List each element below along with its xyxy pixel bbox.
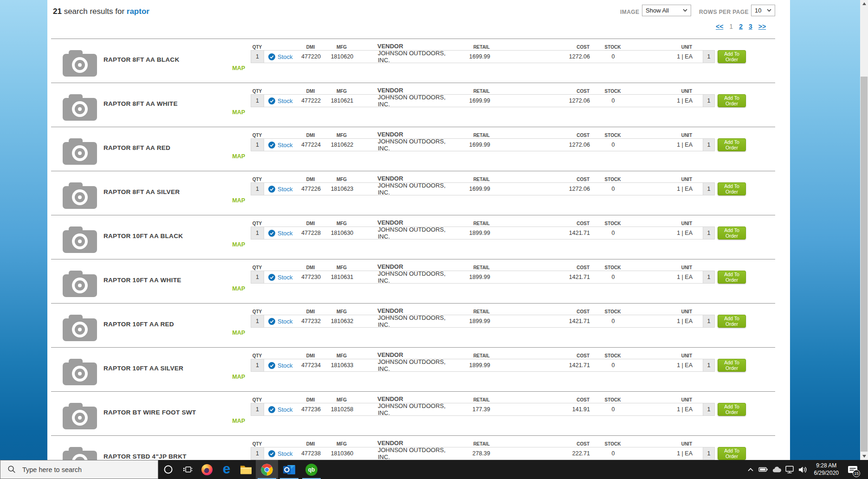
pagination-next[interactable]: >> xyxy=(758,23,766,30)
order-qty-input[interactable]: 1 xyxy=(703,403,714,415)
column-header-mfg: MFG xyxy=(323,131,360,138)
stock-link[interactable]: Stock xyxy=(278,450,293,457)
map-link[interactable]: MAP xyxy=(203,330,245,336)
volume-button[interactable] xyxy=(797,460,808,479)
add-to-order-button[interactable]: Add To Order xyxy=(718,227,746,240)
order-qty-input[interactable]: 1 xyxy=(703,227,714,239)
cortana-button[interactable] xyxy=(158,460,178,479)
rows-per-page-label: ROWS PER PAGE xyxy=(699,9,749,15)
quickbooks-button[interactable]: qb xyxy=(300,460,323,479)
product-name-link[interactable]: RAPTOR 8FT AA WHITE xyxy=(104,100,178,107)
column-header-mfg: MFG xyxy=(323,43,360,50)
product-name-link[interactable]: RAPTOR 8FT AA SILVER xyxy=(104,188,180,195)
product-name-link[interactable]: RAPTOR 8FT AA BLACK xyxy=(104,56,179,63)
column-header-dmi: DMI xyxy=(298,307,323,314)
stock-link[interactable]: Stock xyxy=(278,274,293,281)
scroll-up-arrow[interactable] xyxy=(860,0,868,7)
stock-link[interactable]: Stock xyxy=(278,362,293,369)
pagination-page-1-current[interactable]: 1 xyxy=(729,23,733,30)
order-qty-input[interactable]: 1 xyxy=(703,447,714,460)
pagination-page-3[interactable]: 3 xyxy=(749,23,752,30)
order-qty-input[interactable]: 1 xyxy=(703,359,714,371)
pagination-prev[interactable]: << xyxy=(716,23,723,30)
image-filter-select[interactable]: Show All xyxy=(642,5,691,16)
product-name-link[interactable]: RAPTOR BT WIRE FOOT SWT xyxy=(104,409,196,416)
battery-status-button[interactable] xyxy=(758,460,769,479)
file-explorer-button[interactable] xyxy=(236,460,256,479)
stock-value: 0 xyxy=(590,447,636,460)
order-qty-input[interactable]: 1 xyxy=(703,315,714,327)
add-to-order-button[interactable]: Add To Order xyxy=(718,271,746,284)
stock-link[interactable]: Stock xyxy=(278,230,293,237)
add-to-order-button[interactable]: Add To Order xyxy=(718,138,746,151)
column-header-vendor: VENDOR xyxy=(360,263,457,270)
vendor-value: JOHNSON OUTDOORS, INC. xyxy=(361,447,458,460)
camera-placeholder-icon xyxy=(63,447,97,460)
strip-spacer xyxy=(693,315,703,327)
scroll-down-arrow[interactable] xyxy=(860,453,868,460)
task-view-button[interactable] xyxy=(178,460,197,479)
add-to-order-button[interactable]: Add To Order xyxy=(718,315,746,328)
map-link[interactable]: MAP xyxy=(203,153,245,160)
product-name-link[interactable]: RAPTOR 10FT AA SILVER xyxy=(104,365,183,372)
product-name-link[interactable]: RAPTOR 10FT AA BLACK xyxy=(104,233,183,240)
pagination-page-2[interactable]: 2 xyxy=(739,23,743,30)
stock-link[interactable]: Stock xyxy=(278,142,293,149)
order-qty-input[interactable]: 1 xyxy=(703,271,714,283)
tray-chevron-up-button[interactable] xyxy=(745,460,756,479)
firefox-button[interactable] xyxy=(197,460,217,479)
dmi-value: 477232 xyxy=(298,315,324,327)
scrollbar-thumb[interactable] xyxy=(861,77,868,452)
column-header-qty: QTY xyxy=(251,263,264,270)
column-header-unit: UNIT xyxy=(636,395,692,402)
order-qty-input[interactable]: 1 xyxy=(703,95,714,107)
product-name-link[interactable]: RAPTOR 8FT AA RED xyxy=(104,144,170,151)
stock-value: 0 xyxy=(590,403,636,415)
order-qty-input[interactable]: 1 xyxy=(703,51,714,63)
taskbar-search-input[interactable]: Type here to search xyxy=(0,460,158,479)
outlook-button[interactable] xyxy=(278,460,300,479)
stock-link[interactable]: Stock xyxy=(278,186,293,193)
map-link[interactable]: MAP xyxy=(203,197,245,204)
order-qty-input[interactable]: 1 xyxy=(703,183,714,195)
search-icon xyxy=(7,465,16,474)
map-link[interactable]: MAP xyxy=(203,374,245,380)
stock-link[interactable]: Stock xyxy=(278,318,293,325)
product-name-link[interactable]: RAPTOR 10FT AA RED xyxy=(104,321,174,328)
map-link[interactable]: MAP xyxy=(203,65,245,71)
add-to-order-button[interactable]: Add To Order xyxy=(718,50,746,63)
product-row: RAPTOR 8FT AA BLACK MAP QTY DMI MFG VEND… xyxy=(51,39,775,83)
stock-link[interactable]: Stock xyxy=(278,97,293,104)
rows-per-page-select[interactable]: 10 xyxy=(751,5,775,16)
camera-placeholder-icon xyxy=(63,314,97,341)
map-link[interactable]: MAP xyxy=(203,285,245,292)
action-center-button[interactable]: 15 xyxy=(845,460,861,479)
order-qty-input[interactable]: 1 xyxy=(703,139,714,151)
stock-status-cell: Stock xyxy=(264,359,298,371)
map-link[interactable]: MAP xyxy=(203,418,245,424)
map-link[interactable]: MAP xyxy=(203,241,245,248)
add-to-order-button[interactable]: Add To Order xyxy=(718,359,746,372)
product-name-link[interactable]: RAPTOR STBD 4"JP BRKT xyxy=(104,453,187,460)
add-to-order-button[interactable]: Add To Order xyxy=(718,182,746,195)
edge-button[interactable]: e xyxy=(217,460,236,479)
stock-link[interactable]: Stock xyxy=(278,406,293,413)
column-header-cost: COST xyxy=(490,131,589,138)
map-link[interactable]: MAP xyxy=(203,109,245,116)
chrome-button[interactable] xyxy=(256,460,278,479)
add-to-order-button[interactable]: Add To Order xyxy=(718,447,746,460)
column-headers: QTY DMI MFG VENDOR RETAIL COST STOCK UNI… xyxy=(251,175,692,182)
stock-link[interactable]: Stock xyxy=(278,53,293,60)
check-circle-icon xyxy=(268,186,275,193)
add-to-order-button[interactable]: Add To Order xyxy=(718,403,746,416)
product-data-strip: 1 Stock 477224 1810622 JOHNSON OUTDOORS,… xyxy=(251,138,715,151)
mfg-value: 1810622 xyxy=(324,139,361,151)
taskbar-clock[interactable]: 9:28 AM 6/29/2020 xyxy=(814,462,839,477)
product-name-link[interactable]: RAPTOR 10FT AA WHITE xyxy=(104,277,181,284)
column-header-vendor: VENDOR xyxy=(360,351,457,358)
onedrive-status-button[interactable] xyxy=(771,460,782,479)
network-status-button[interactable] xyxy=(784,460,795,479)
check-circle-icon xyxy=(268,362,275,369)
add-to-order-button[interactable]: Add To Order xyxy=(718,94,746,107)
quickbooks-icon: qb xyxy=(305,464,317,476)
